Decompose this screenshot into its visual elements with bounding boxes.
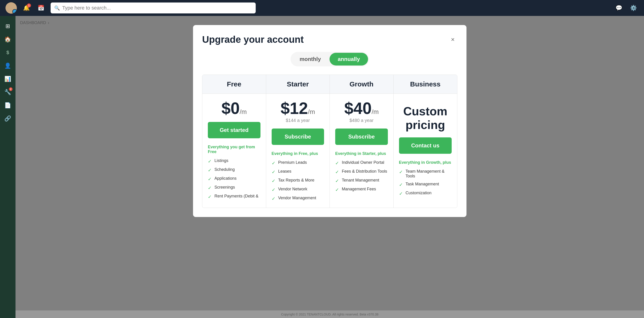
feature-label: Vendor Network — [278, 187, 308, 191]
feature-label: Customization — [406, 191, 432, 195]
toggle-annually[interactable]: annually — [330, 53, 368, 65]
upgrade-modal: Upgrade your account × monthly annually … — [193, 25, 466, 217]
topbar-right: 💬 ⚙️ — [614, 3, 638, 13]
sidebar-item-payments[interactable]: $ — [2, 47, 14, 58]
feature-item: ✓ Tenant Management — [335, 178, 388, 183]
plan-free-price-amount: $0 — [222, 99, 240, 117]
plan-growth-annual: $480 a year — [335, 118, 388, 123]
plan-growth: Growth $40/m $480 a year Subscribe Every… — [330, 75, 394, 208]
check-icon: ✓ — [335, 178, 339, 183]
plan-growth-btn[interactable]: Subscribe — [335, 129, 388, 145]
plan-growth-price-value: $40/m — [335, 100, 388, 117]
check-icon: ✓ — [335, 160, 339, 166]
sidebar-item-documents[interactable]: 📄 — [2, 100, 14, 111]
toggle-monthly[interactable]: monthly — [292, 53, 329, 65]
feature-item: ✓ Task Management — [399, 182, 452, 187]
notification-badge: 1 — [27, 3, 31, 7]
feature-label: Rent Payments (Debit & — [214, 194, 258, 199]
search-bar[interactable]: 🔍 — [50, 2, 256, 13]
plan-business-name: Business — [399, 80, 452, 88]
plan-free-tagline: Everything you get from Free — [208, 145, 260, 154]
modal-close-button[interactable]: × — [448, 35, 457, 44]
feature-item: ✓ Vendor Network — [272, 187, 324, 192]
check-icon: ✓ — [399, 169, 403, 175]
person-icon: 👤 — [4, 63, 11, 69]
feature-item: ✓ Rent Payments (Debit & — [208, 194, 260, 199]
modal-overlay: Upgrade your account × monthly annually … — [16, 16, 644, 318]
document-icon: 📄 — [4, 102, 11, 109]
plan-growth-tagline: Everything in Starter, plus — [335, 151, 388, 156]
plan-growth-price: $40/m $480 a year — [335, 100, 388, 123]
plan-growth-period: /m — [372, 108, 379, 115]
feature-item: ✓ Scheduling — [208, 167, 260, 173]
check-icon: ✓ — [208, 194, 212, 199]
feature-label: Management Fees — [342, 187, 376, 191]
plan-starter-name: Starter — [272, 80, 324, 88]
sidebar-item-tools[interactable]: 🔧 2 — [2, 86, 14, 98]
feature-item: ✓ Leases — [272, 169, 324, 175]
check-icon: ✓ — [399, 191, 403, 196]
feature-label: Tenant Management — [342, 178, 379, 183]
plan-free-btn[interactable]: Get started — [208, 122, 260, 138]
calendar-icon: 📅 — [38, 5, 44, 11]
user-avatar[interactable] — [6, 2, 17, 14]
plan-business-header: Business — [394, 75, 457, 94]
message-icon: 💬 — [616, 5, 622, 11]
plan-business-price-custom: Custom pricing — [399, 100, 452, 132]
feature-item: ✓ Screenings — [208, 185, 260, 191]
feature-item: ✓ Customization — [399, 191, 452, 196]
messages-button[interactable]: 💬 — [614, 3, 624, 13]
home-icon: 🏠 — [4, 36, 11, 42]
modal-title: Upgrade your account — [202, 34, 304, 45]
modal-header: Upgrade your account × — [202, 34, 457, 45]
search-input[interactable] — [62, 5, 252, 11]
plan-free-period: /m — [240, 108, 247, 115]
sidebar-item-reports[interactable]: 📊 — [2, 73, 14, 85]
feature-item: ✓ Premium Leads — [272, 160, 324, 166]
sidebar-item-home[interactable]: 🏠 — [2, 34, 14, 45]
check-icon: ✓ — [272, 196, 276, 201]
settings-button[interactable]: ⚙️ — [628, 3, 638, 13]
sidebar-item-tenants[interactable]: 👤 — [2, 60, 14, 71]
check-icon: ✓ — [335, 187, 339, 192]
sidebar: ⊞ 🏠 $ 👤 📊 🔧 2 📄 🔗 — [0, 16, 16, 318]
feature-item: ✓ Applications — [208, 176, 260, 182]
feature-label: Task Management — [406, 182, 439, 186]
check-icon: ✓ — [272, 178, 276, 183]
feature-label: Scheduling — [214, 167, 235, 172]
feature-label: Vendor Management — [278, 196, 316, 200]
feature-item: ✓ Team Management & Tools — [399, 169, 452, 178]
feature-item: ✓ Listings — [208, 158, 260, 164]
check-icon: ✓ — [272, 160, 276, 166]
feature-label: Tax Reports & More — [278, 178, 314, 183]
plan-free-price-value: $0/m — [208, 100, 260, 117]
pricing-grid: Free $0/m Get started Everything you get… — [202, 75, 457, 208]
plan-business-tagline: Everything in Growth, plus — [399, 160, 452, 165]
feature-label: Screenings — [214, 185, 235, 190]
feature-label: Listings — [214, 158, 228, 163]
search-icon: 🔍 — [54, 5, 60, 11]
dollar-icon: $ — [6, 50, 9, 55]
feature-label: Applications — [214, 176, 236, 181]
grid-icon: ⊞ — [6, 23, 10, 29]
plan-growth-header: Growth — [330, 75, 393, 94]
feature-label: Individual Owner Portal — [342, 160, 384, 165]
feature-item: ✓ Fees & Distribution Tools — [335, 169, 388, 175]
plan-starter-price-value: $12/m — [272, 100, 324, 117]
calendar-button[interactable]: 📅 — [36, 3, 46, 13]
check-icon: ✓ — [335, 169, 339, 175]
plan-growth-features: ✓ Individual Owner Portal ✓ Fees & Distr… — [335, 160, 388, 192]
check-icon: ✓ — [272, 169, 276, 175]
billing-toggle: monthly annually — [202, 52, 457, 66]
sidebar-item-dashboard[interactable]: ⊞ — [2, 20, 14, 32]
feature-item: ✓ Vendor Management — [272, 196, 324, 201]
notifications-button[interactable]: 🔔 1 — [22, 3, 32, 13]
check-icon: ✓ — [208, 159, 212, 164]
feature-label: Premium Leads — [278, 160, 307, 165]
plan-starter-btn[interactable]: Subscribe — [272, 129, 324, 145]
plan-business-btn[interactable]: Contact us — [399, 137, 452, 154]
plan-free: Free $0/m Get started Everything you get… — [202, 75, 266, 208]
plan-free-body: $0/m Get started Everything you get from… — [202, 94, 266, 208]
check-icon: ✓ — [399, 182, 403, 187]
sidebar-item-maintenance[interactable]: 🔗 — [2, 113, 14, 124]
